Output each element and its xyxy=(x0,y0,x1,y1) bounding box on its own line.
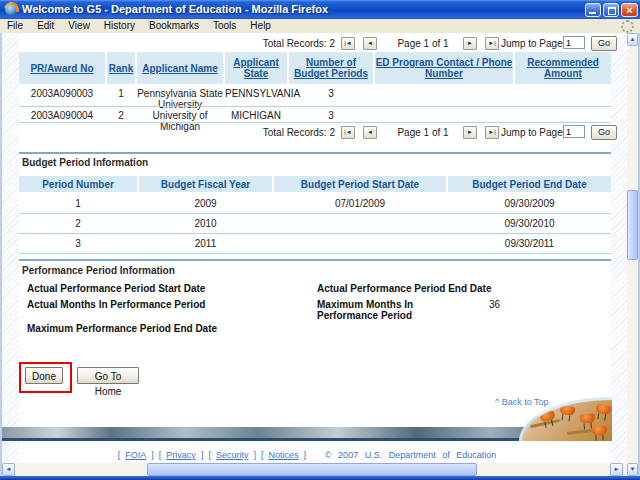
close-button[interactable]: × xyxy=(621,3,638,17)
jump-to-page-input[interactable] xyxy=(563,36,585,49)
horizontal-scrollbar[interactable]: ◄ ► xyxy=(2,463,627,476)
back-to-top-link[interactable]: ^ Back to Top xyxy=(495,397,549,407)
bracket: ] xyxy=(253,450,256,460)
col-end-date: Budget Period End Date xyxy=(448,176,611,192)
menu-file[interactable]: File xyxy=(0,19,30,33)
col-start-date: Budget Period Start Date xyxy=(274,176,446,192)
pagination-bottom: Total Records: 2 |◄ ◄ Page 1 of 1 ► ►| J… xyxy=(19,125,611,141)
col-recommended-amount[interactable]: Recommended Amount xyxy=(515,52,611,84)
menu-tools[interactable]: Tools xyxy=(206,19,243,33)
total-records-label: Total Records: 2 xyxy=(255,38,335,49)
col-fiscal-year: Budget Fiscal Year xyxy=(139,176,272,192)
go-button[interactable]: Go xyxy=(591,125,617,140)
window-border-left xyxy=(0,33,2,476)
next-page-button[interactable]: ► xyxy=(463,126,477,139)
cell-start-date xyxy=(274,216,446,229)
col-rank[interactable]: Rank xyxy=(107,52,135,84)
scroll-down-button[interactable]: ▼ xyxy=(627,463,638,476)
chair-shape xyxy=(559,405,575,416)
bracket: ] xyxy=(303,450,306,460)
scroll-left-button[interactable]: ◄ xyxy=(2,463,15,476)
next-page-button[interactable]: ► xyxy=(463,37,477,50)
left-margin-stripes xyxy=(2,33,19,463)
actual-end-date-label: Actual Performance Period End Date xyxy=(317,283,492,294)
row-divider xyxy=(19,213,611,214)
cell-start-date: 07/01/2009 xyxy=(274,196,446,209)
row-divider xyxy=(19,233,611,234)
chair-shape xyxy=(580,413,596,424)
last-page-button[interactable]: ►| xyxy=(485,126,499,139)
menu-help[interactable]: Help xyxy=(243,19,278,33)
cell-end-date: 09/30/2010 xyxy=(448,216,611,229)
row-divider xyxy=(19,106,611,107)
budget-section-title: Budget Period Information xyxy=(22,157,148,168)
budget-table-header: Period Number Budget Fiscal Year Budget … xyxy=(19,176,611,192)
footer-link-privacy[interactable]: Privacy xyxy=(166,450,196,460)
jump-to-page-label: Jump to Page xyxy=(501,38,563,49)
cell-fiscal-year: 2010 xyxy=(139,216,272,229)
window-title: Welcome to G5 - Department of Education … xyxy=(22,0,328,19)
cell-start-date xyxy=(274,236,446,249)
horizontal-scroll-thumb[interactable] xyxy=(147,463,477,476)
go-button[interactable]: Go xyxy=(591,36,617,51)
row-divider xyxy=(19,122,611,123)
menu-history[interactable]: History xyxy=(97,19,142,33)
first-page-button[interactable]: |◄ xyxy=(341,126,355,139)
budget-row-3: 3 2011 09/30/2011 xyxy=(19,236,611,249)
bracket: [ xyxy=(159,450,162,460)
chair-shape xyxy=(595,404,611,415)
bracket: ] xyxy=(201,450,204,460)
col-ed-contact[interactable]: ED Program Contact / Phone Number xyxy=(375,52,513,84)
last-page-button[interactable]: ►| xyxy=(485,37,499,50)
footer-link-security[interactable]: Security xyxy=(216,450,249,460)
col-pr-award-no[interactable]: PR/Award No xyxy=(19,52,105,84)
section-divider xyxy=(19,259,611,261)
go-to-home-button[interactable]: Go To Home xyxy=(77,367,139,384)
scroll-up-button[interactable]: ▲ xyxy=(627,33,638,46)
bracket: ] xyxy=(151,450,154,460)
footer-link-foia[interactable]: FOIA xyxy=(125,450,146,460)
cell-fiscal-year: 2009 xyxy=(139,196,272,209)
page-indicator: Page 1 of 1 xyxy=(389,38,457,49)
cell-fiscal-year: 2011 xyxy=(139,236,272,249)
prev-page-button[interactable]: ◄ xyxy=(363,37,377,50)
done-button[interactable]: Done xyxy=(25,367,63,384)
menu-bookmarks[interactable]: Bookmarks xyxy=(142,19,206,33)
prev-page-button[interactable]: ◄ xyxy=(363,126,377,139)
max-months-value: 36 xyxy=(489,299,500,310)
page-indicator: Page 1 of 1 xyxy=(389,127,457,138)
minimize-button[interactable] xyxy=(585,3,601,17)
vertical-scrollbar[interactable]: ▲ ▼ xyxy=(627,33,638,476)
footer-link-notices[interactable]: Notices xyxy=(268,450,298,460)
jump-to-page-label: Jump to Page xyxy=(501,127,563,138)
col-applicant-state[interactable]: Applicant State xyxy=(225,52,287,84)
scroll-right-button[interactable]: ► xyxy=(610,463,623,476)
cell-period: 1 xyxy=(19,196,137,209)
max-end-date-label: Maximum Performance Period End Date xyxy=(27,323,217,334)
col-applicant-name[interactable]: Applicant Name xyxy=(137,52,223,84)
max-months-label: Maximum Months In Performance Period xyxy=(317,299,472,321)
window-border-bottom xyxy=(0,476,640,480)
cell-end-date: 09/30/2011 xyxy=(448,236,611,249)
cell-period: 2 xyxy=(19,216,137,229)
minimize-icon xyxy=(589,12,596,14)
page-viewport: Total Records: 2 |◄ ◄ Page 1 of 1 ► ►| J… xyxy=(2,33,638,476)
actual-start-date-label: Actual Performance Period Start Date xyxy=(27,283,205,294)
copyright-text: © 2007 U.S. Department of Education xyxy=(325,450,496,460)
close-icon: × xyxy=(622,3,637,17)
restore-icon xyxy=(608,7,616,15)
bracket: [ xyxy=(261,450,264,460)
budget-row-1: 1 2009 07/01/2009 09/30/2009 xyxy=(19,196,611,209)
chair-shape xyxy=(592,425,608,435)
restore-button[interactable] xyxy=(603,3,619,17)
first-page-button[interactable]: |◄ xyxy=(341,37,355,50)
title-bar: Welcome to G5 - Department of Education … xyxy=(0,0,640,19)
jump-to-page-input[interactable] xyxy=(563,125,585,138)
vertical-scroll-thumb[interactable] xyxy=(627,190,638,260)
pagination-top: Total Records: 2 |◄ ◄ Page 1 of 1 ► ►| J… xyxy=(19,36,611,52)
menu-view[interactable]: View xyxy=(61,19,97,33)
col-budget-periods[interactable]: Number of Budget Periods xyxy=(289,52,373,84)
menu-edit[interactable]: Edit xyxy=(30,19,61,33)
row-divider xyxy=(19,253,611,254)
col-period-number: Period Number xyxy=(19,176,137,192)
